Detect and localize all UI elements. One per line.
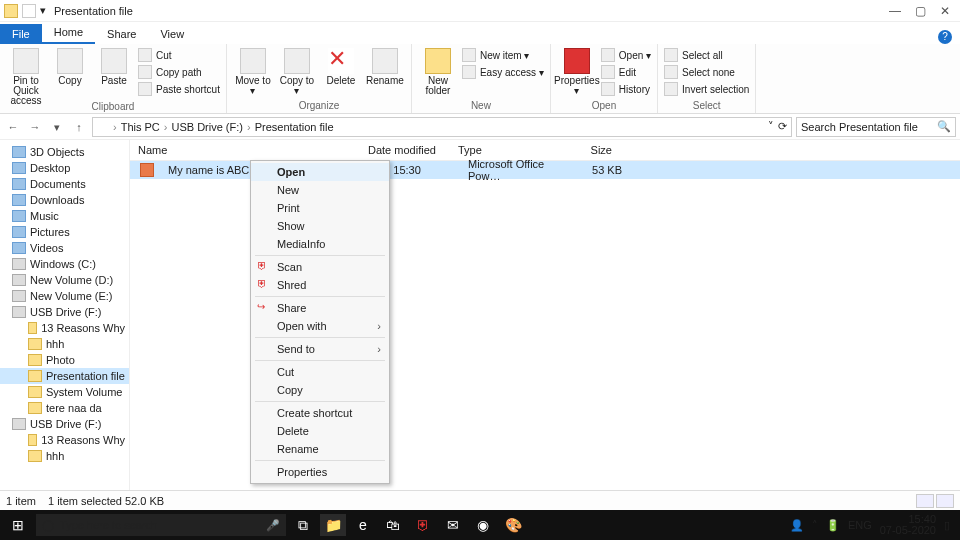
help-icon[interactable]: ?	[938, 30, 952, 44]
menu-item-open-with[interactable]: Open with›	[251, 317, 389, 335]
tree-node[interactable]: 13 Reasons Why	[0, 320, 129, 336]
forward-button[interactable]: →	[26, 118, 44, 136]
col-size[interactable]: Size	[560, 144, 620, 156]
battery-icon[interactable]: 🔋	[826, 519, 840, 532]
notifications-icon[interactable]: ▯	[944, 519, 950, 532]
people-icon[interactable]: 👤	[790, 519, 804, 532]
tree-node[interactable]: Videos	[0, 240, 129, 256]
tree-node[interactable]: hhh	[0, 448, 129, 464]
menu-item-delete[interactable]: Delete	[251, 422, 389, 440]
tree-node[interactable]: Windows (C:)	[0, 256, 129, 272]
cut-button[interactable]: Cut	[138, 48, 220, 62]
qat-dropdown-icon[interactable]: ▾	[40, 4, 46, 17]
select-none-button[interactable]: Select none	[664, 65, 749, 79]
tree-node[interactable]: Desktop	[0, 160, 129, 176]
qat-icon[interactable]	[22, 4, 36, 18]
context-menu[interactable]: OpenNewPrintShowMediaInfo⛨Scan⛨Shred↪Sha…	[250, 160, 390, 484]
maximize-button[interactable]: ▢	[915, 4, 926, 18]
recent-dropdown-icon[interactable]: ▾	[48, 118, 66, 136]
view-icons-button[interactable]	[936, 494, 954, 508]
tree-node[interactable]: 13 Reasons Why	[0, 432, 129, 448]
tree-node[interactable]: Downloads	[0, 192, 129, 208]
menu-item-open[interactable]: Open	[251, 163, 389, 181]
new-item-button[interactable]: New item ▾	[462, 48, 544, 62]
mcafee-taskbar-icon[interactable]: ⛨	[410, 514, 436, 536]
menu-item-new[interactable]: New	[251, 181, 389, 199]
refresh-icon[interactable]: ⟳	[778, 120, 787, 133]
tab-home[interactable]: Home	[42, 22, 95, 44]
close-button[interactable]: ✕	[940, 4, 950, 18]
move-to-button[interactable]: Move to ▾	[233, 46, 273, 96]
col-name[interactable]: Name	[130, 144, 360, 156]
search-input[interactable]: Search Presentation file 🔍	[796, 117, 956, 137]
tree-node[interactable]: 3D Objects	[0, 144, 129, 160]
edge-taskbar-icon[interactable]: e	[350, 514, 376, 536]
col-type[interactable]: Type	[450, 144, 560, 156]
tree-node[interactable]: Documents	[0, 176, 129, 192]
menu-item-shred[interactable]: ⛨Shred	[251, 276, 389, 294]
menu-item-send-to[interactable]: Send to›	[251, 340, 389, 358]
task-view-button[interactable]: ⧉	[290, 514, 316, 536]
taskbar-search[interactable]: ◯ Type here to search 🎤	[36, 514, 286, 536]
history-button[interactable]: History	[601, 82, 651, 96]
tree-node[interactable]: Pictures	[0, 224, 129, 240]
rename-button[interactable]: Rename	[365, 46, 405, 86]
crumb-drive[interactable]: USB Drive (F:)	[171, 121, 243, 133]
breadcrumb[interactable]: › This PC › USB Drive (F:) › Presentatio…	[92, 117, 792, 137]
dropdown-icon[interactable]: ˅	[768, 120, 774, 133]
crumb-folder[interactable]: Presentation file	[255, 121, 334, 133]
copy-to-button[interactable]: Copy to ▾	[277, 46, 317, 96]
menu-item-mediainfo[interactable]: MediaInfo	[251, 235, 389, 253]
start-button[interactable]: ⊞	[4, 514, 32, 536]
store-taskbar-icon[interactable]: 🛍	[380, 514, 406, 536]
tab-share[interactable]: Share	[95, 24, 148, 44]
chrome-taskbar-icon[interactable]: ◉	[470, 514, 496, 536]
paste-shortcut-button[interactable]: Paste shortcut	[138, 82, 220, 96]
menu-item-scan[interactable]: ⛨Scan	[251, 258, 389, 276]
menu-item-share[interactable]: ↪Share	[251, 299, 389, 317]
tree-node[interactable]: Photo	[0, 352, 129, 368]
nav-tree[interactable]: 3D ObjectsDesktopDocumentsDownloadsMusic…	[0, 140, 130, 498]
tree-node[interactable]: hhh	[0, 336, 129, 352]
menu-item-properties[interactable]: Properties	[251, 463, 389, 481]
up-button[interactable]: ↑	[70, 118, 88, 136]
tab-view[interactable]: View	[148, 24, 196, 44]
tree-node[interactable]: New Volume (D:)	[0, 272, 129, 288]
menu-item-print[interactable]: Print	[251, 199, 389, 217]
invert-selection-button[interactable]: Invert selection	[664, 82, 749, 96]
paint-taskbar-icon[interactable]: 🎨	[500, 514, 526, 536]
taskbar[interactable]: ⊞ ◯ Type here to search 🎤 ⧉ 📁 e 🛍 ⛨ ✉ ◉ …	[0, 510, 960, 540]
view-details-button[interactable]	[916, 494, 934, 508]
language-indicator[interactable]: ENG	[848, 519, 872, 531]
tree-node[interactable]: New Volume (E:)	[0, 288, 129, 304]
menu-item-create-shortcut[interactable]: Create shortcut	[251, 404, 389, 422]
col-date[interactable]: Date modified	[360, 144, 450, 156]
mail-taskbar-icon[interactable]: ✉	[440, 514, 466, 536]
mic-icon[interactable]: 🎤	[266, 519, 280, 532]
pin-quick-access-button[interactable]: Pin to Quick access	[6, 46, 46, 106]
menu-item-show[interactable]: Show	[251, 217, 389, 235]
tree-node[interactable]: tere naa da	[0, 400, 129, 416]
back-button[interactable]: ←	[4, 118, 22, 136]
minimize-button[interactable]: —	[889, 4, 901, 18]
menu-item-copy[interactable]: Copy	[251, 381, 389, 399]
paste-button[interactable]: Paste	[94, 46, 134, 86]
tree-node[interactable]: System Volume	[0, 384, 129, 400]
clock[interactable]: 15:40 07-05-2020	[880, 514, 936, 536]
copy-path-button[interactable]: Copy path	[138, 65, 220, 79]
explorer-taskbar-icon[interactable]: 📁	[320, 514, 346, 536]
copy-button[interactable]: Copy	[50, 46, 90, 86]
open-button[interactable]: Open ▾	[601, 48, 651, 62]
menu-item-cut[interactable]: Cut	[251, 363, 389, 381]
crumb-this-pc[interactable]: This PC	[121, 121, 160, 133]
tab-file[interactable]: File	[0, 24, 42, 44]
tree-node[interactable]: USB Drive (F:)	[0, 416, 129, 432]
tray-chevron-icon[interactable]: ˄	[812, 519, 818, 532]
properties-button[interactable]: Properties ▾	[557, 46, 597, 96]
tree-node[interactable]: USB Drive (F:)	[0, 304, 129, 320]
easy-access-button[interactable]: Easy access ▾	[462, 65, 544, 79]
edit-button[interactable]: Edit	[601, 65, 651, 79]
menu-item-rename[interactable]: Rename	[251, 440, 389, 458]
tree-node[interactable]: Presentation file	[0, 368, 129, 384]
delete-button[interactable]: ✕Delete	[321, 46, 361, 86]
